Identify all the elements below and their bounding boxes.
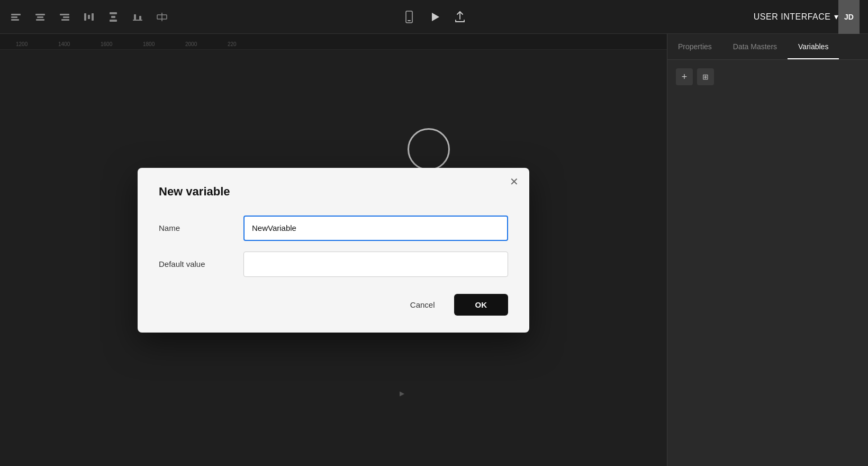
panel-body: + ⊞ (667, 60, 868, 466)
align-right-icon[interactable] (57, 10, 72, 24)
right-panel: Properties Data Masters Variables + ⊞ (667, 34, 868, 466)
panel-tabs: Properties Data Masters Variables (667, 34, 868, 60)
name-label: Name (159, 223, 243, 232)
default-value-input[interactable] (243, 252, 508, 277)
svg-rect-17 (139, 16, 141, 20)
mobile-preview-icon[interactable] (402, 10, 417, 24)
name-input[interactable] (243, 216, 508, 241)
default-value-field-row: Default value (159, 252, 508, 277)
tab-properties[interactable]: Properties (667, 34, 722, 59)
play-icon[interactable] (429, 11, 441, 23)
svg-rect-21 (408, 20, 411, 21)
align-bottom-icon[interactable] (130, 10, 145, 24)
svg-rect-15 (133, 20, 142, 21)
avatar[interactable]: JD (838, 0, 860, 34)
svg-rect-13 (110, 20, 117, 22)
add-variable-button[interactable]: + (676, 68, 693, 85)
align-left-icon[interactable] (8, 10, 23, 24)
main-content: 1200 1400 1600 1800 2000 220 ▶ ✕ New var… (0, 34, 868, 466)
svg-rect-9 (84, 13, 86, 21)
distribute-icon[interactable] (82, 10, 96, 24)
cancel-button[interactable]: Cancel (400, 295, 446, 315)
svg-rect-14 (111, 16, 115, 18)
toolbar-right: USER INTERFACE ▾ (754, 12, 838, 22)
svg-rect-1 (11, 16, 17, 18)
svg-rect-5 (36, 19, 44, 21)
add-from-icon: ⊞ (702, 73, 709, 81)
user-interface-label: USER INTERFACE (754, 12, 831, 22)
svg-rect-3 (35, 14, 45, 15)
modal-actions: Cancel OK (159, 294, 508, 316)
tab-data-masters[interactable]: Data Masters (722, 34, 788, 59)
add-icon: + (682, 71, 688, 83)
export-icon[interactable] (454, 11, 466, 23)
user-interface-button[interactable]: USER INTERFACE ▾ (754, 12, 838, 22)
svg-rect-16 (134, 14, 136, 20)
add-variable-from-button[interactable]: ⊞ (697, 68, 714, 85)
name-field-row: Name (159, 216, 508, 241)
svg-rect-2 (11, 19, 19, 21)
svg-rect-10 (92, 13, 94, 21)
modal-overlay: ✕ New variable Name Default value Cancel… (0, 34, 667, 466)
toolbar-center (402, 10, 466, 24)
close-button[interactable]: ✕ (510, 176, 519, 187)
svg-rect-6 (60, 14, 69, 15)
svg-rect-4 (37, 16, 43, 18)
ok-button[interactable]: OK (454, 294, 509, 316)
modal-title: New variable (159, 185, 508, 199)
default-value-label: Default value (159, 259, 243, 268)
align-center-icon[interactable] (33, 10, 48, 24)
distribute-vertical-icon[interactable] (106, 10, 121, 24)
svg-rect-12 (110, 12, 117, 14)
toolbar: USER INTERFACE ▾ JD (0, 0, 868, 34)
svg-rect-8 (61, 19, 69, 21)
svg-rect-0 (11, 14, 21, 15)
svg-marker-22 (432, 13, 439, 21)
dropdown-icon: ▾ (834, 12, 839, 22)
toolbar-left (8, 10, 754, 24)
svg-rect-7 (63, 16, 69, 18)
tab-variables[interactable]: Variables (788, 34, 839, 59)
canvas-area: 1200 1400 1600 1800 2000 220 ▶ ✕ New var… (0, 34, 667, 466)
svg-rect-11 (88, 15, 90, 19)
align-width-icon[interactable] (155, 10, 169, 24)
new-variable-dialog: ✕ New variable Name Default value Cancel… (138, 168, 529, 333)
